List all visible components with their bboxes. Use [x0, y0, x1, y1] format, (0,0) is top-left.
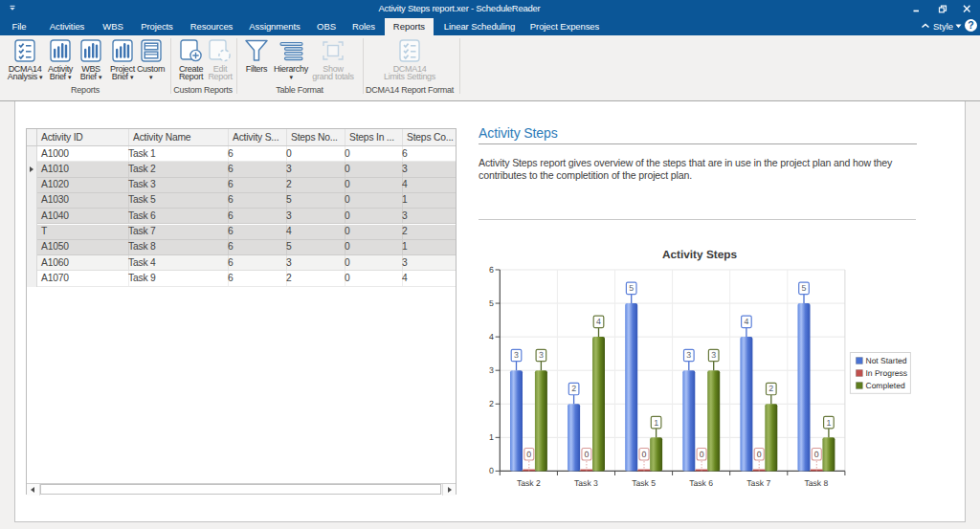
svg-text:In Progress: In Progress: [866, 368, 907, 378]
svg-text:0: 0: [700, 450, 704, 459]
svg-text:5: 5: [629, 283, 634, 293]
svg-text:1: 1: [489, 432, 494, 442]
svg-text:Task 7: Task 7: [746, 478, 770, 488]
svg-text:Task 5: Task 5: [632, 478, 656, 488]
svg-text:1: 1: [826, 418, 831, 428]
svg-text:5: 5: [802, 283, 807, 293]
svg-text:0: 0: [584, 450, 589, 459]
svg-text:0: 0: [526, 450, 531, 459]
svg-text:0: 0: [489, 466, 494, 475]
svg-text:2: 2: [571, 384, 576, 393]
svg-text:Task 8: Task 8: [804, 478, 828, 488]
svg-text:3: 3: [686, 350, 691, 360]
svg-text:Task 6: Task 6: [689, 478, 713, 488]
svg-text:4: 4: [596, 317, 601, 326]
svg-text:4: 4: [744, 317, 748, 326]
svg-text:3: 3: [539, 350, 544, 360]
svg-text:6: 6: [489, 265, 494, 275]
svg-text:Activity Steps: Activity Steps: [662, 248, 737, 261]
svg-text:5: 5: [489, 298, 494, 308]
svg-text:Task 2: Task 2: [517, 478, 541, 488]
svg-text:Completed: Completed: [866, 381, 905, 390]
svg-text:3: 3: [711, 350, 716, 360]
svg-text:3: 3: [514, 350, 519, 360]
svg-text:1: 1: [654, 418, 658, 428]
svg-text:Not Started: Not Started: [866, 356, 907, 365]
svg-text:0: 0: [642, 450, 647, 459]
svg-text:3: 3: [489, 365, 494, 375]
svg-text:4: 4: [489, 332, 494, 342]
svg-text:0: 0: [814, 450, 819, 459]
svg-text:0: 0: [757, 450, 762, 459]
svg-text:2: 2: [489, 399, 494, 408]
svg-text:2: 2: [768, 384, 773, 393]
svg-text:Task 3: Task 3: [574, 478, 598, 488]
